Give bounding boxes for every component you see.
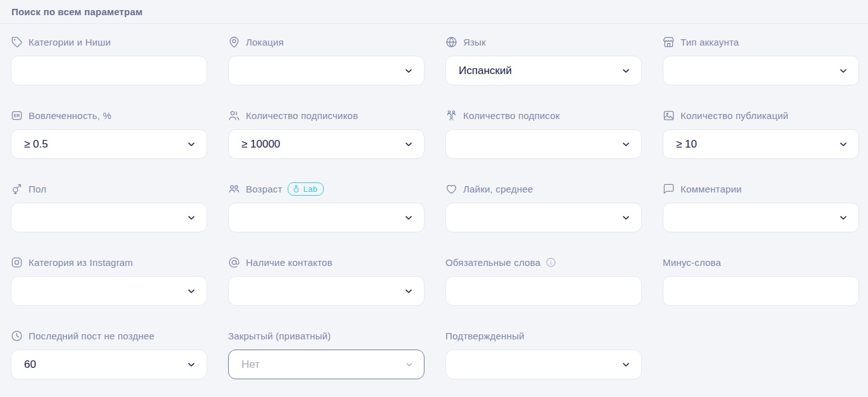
minus-words-input[interactable] <box>663 276 859 306</box>
filter-age: ВозрастLab <box>228 183 424 232</box>
flask-icon <box>292 185 300 193</box>
chevron-down-icon <box>186 286 196 296</box>
image-icon <box>663 110 675 122</box>
filter-label-row: Количество подписок <box>445 110 642 121</box>
account-type-select[interactable] <box>663 56 859 85</box>
filter-label: Подтвержденный <box>445 331 525 341</box>
last-post-select[interactable]: 60 <box>11 350 207 379</box>
chevron-down-icon <box>404 66 414 76</box>
filter-label: Категория из Instagram <box>29 257 133 268</box>
comment-icon <box>663 183 675 195</box>
clock-icon <box>11 330 23 342</box>
chevron-down-icon <box>621 139 631 149</box>
age-select[interactable] <box>228 203 424 232</box>
globe-icon <box>445 36 457 48</box>
at-icon <box>228 256 240 268</box>
filter-label-row: ВозрастLab <box>228 183 424 194</box>
search-filters-panel: Поиск по всем параметрам Категории и Ниш… <box>0 0 868 397</box>
gender-select[interactable] <box>11 203 207 232</box>
chevron-down-icon <box>186 213 196 223</box>
panel-header: Поиск по всем параметрам <box>0 0 868 24</box>
filter-label: Количество подписчиков <box>246 110 358 121</box>
filter-label: Количество подписок <box>463 110 559 121</box>
select-value: ≥ 10 <box>676 138 838 151</box>
select-value: Испанский <box>459 65 621 77</box>
filter-label-row: Количество публикаций <box>663 110 859 121</box>
filter-posts-count: Количество публикаций≥ 10 <box>663 110 859 159</box>
filter-contacts: Наличие контактов <box>228 256 424 306</box>
filter-engagement: ERВовлеченность, %≥ 0.5 <box>11 110 207 159</box>
filter-label-row: Комментарии <box>663 183 859 194</box>
filter-instagram-category: Категория из Instagram <box>11 256 207 306</box>
filter-label-row: Пол <box>11 183 207 194</box>
page-title: Поиск по всем параметрам <box>11 6 857 17</box>
filter-label: Локация <box>246 37 284 47</box>
chevron-down-icon <box>838 66 848 76</box>
filter-followings-count: Количество подписок <box>445 110 642 159</box>
filter-label: Возраст <box>246 184 283 194</box>
pin-icon <box>228 36 240 48</box>
engagement-select[interactable]: ≥ 0.5 <box>11 129 207 159</box>
heart-icon <box>445 183 457 195</box>
filter-account-type: Тип аккаунта <box>663 36 859 85</box>
filter-location: Локация <box>228 36 424 85</box>
filter-label: Лайки, среднее <box>463 184 533 194</box>
svg-text:ER: ER <box>14 113 20 118</box>
filter-label: Закрытый (приватный) <box>228 331 331 341</box>
filter-label: Категории и Ниши <box>29 37 111 47</box>
filter-label-row: ERВовлеченность, % <box>11 110 207 121</box>
chevron-down-icon <box>405 360 414 369</box>
posts-count-select[interactable]: ≥ 10 <box>663 129 859 159</box>
storefront-icon <box>663 36 675 48</box>
select-value: ≥ 10000 <box>241 138 404 151</box>
private-select[interactable]: Нет <box>228 350 424 379</box>
contacts-select[interactable] <box>228 276 424 306</box>
followers-icon <box>228 110 240 122</box>
filter-gender: Пол <box>11 183 207 232</box>
chevron-down-icon <box>404 286 414 296</box>
instagram-category-select[interactable] <box>11 276 207 306</box>
categories-input[interactable] <box>11 56 207 85</box>
info-icon[interactable] <box>546 257 556 268</box>
lab-badge-label: Lab <box>303 184 317 194</box>
filter-label-row: Категория из Instagram <box>11 256 207 268</box>
verified-select[interactable] <box>445 350 642 379</box>
chevron-down-icon <box>404 139 414 149</box>
comments-select[interactable] <box>663 203 859 232</box>
filter-label-row: Категории и Ниши <box>11 36 207 47</box>
filter-label: Язык <box>463 37 486 47</box>
filter-label-row: Закрытый (приватный) <box>228 330 424 341</box>
followers-count-select[interactable]: ≥ 10000 <box>228 129 424 159</box>
filter-label: Наличие контактов <box>246 257 333 268</box>
filter-label-row: Язык <box>445 36 642 47</box>
filter-label: Минус-слова <box>663 257 721 268</box>
chevron-down-icon <box>186 360 196 370</box>
chevron-down-icon <box>838 213 848 223</box>
filter-label: Комментарии <box>680 184 742 194</box>
tag-icon <box>11 36 23 48</box>
filter-categories: Категории и Ниши <box>11 36 207 85</box>
location-select[interactable] <box>228 56 424 85</box>
filter-label-row: Последний пост не позднее <box>11 330 207 341</box>
chevron-down-icon <box>404 213 414 223</box>
filter-label-row: Лайки, среднее <box>445 183 642 194</box>
filter-comments: Комментарии <box>663 183 859 232</box>
followings-icon <box>445 110 457 122</box>
required-words-input[interactable] <box>445 276 642 306</box>
followings-count-select[interactable] <box>445 129 642 159</box>
er-icon: ER <box>11 110 23 122</box>
filter-label: Вовлеченность, % <box>29 110 112 121</box>
filter-followers-count: Количество подписчиков≥ 10000 <box>228 110 424 159</box>
filter-label: Количество публикаций <box>680 110 788 121</box>
filter-minus-words: Минус-слова <box>663 256 859 306</box>
instagram-icon <box>11 256 23 268</box>
likes-average-select[interactable] <box>445 203 642 232</box>
language-select[interactable]: Испанский <box>445 56 642 85</box>
filter-label-row: Минус-слова <box>663 256 859 268</box>
gender-icon <box>11 183 23 195</box>
filter-language: ЯзыкИспанский <box>445 36 642 85</box>
people-icon <box>228 183 240 195</box>
filter-private: Закрытый (приватный)Нет <box>228 330 424 379</box>
lab-badge: Lab <box>288 182 324 196</box>
filter-label-row: Подтвержденный <box>445 330 642 341</box>
